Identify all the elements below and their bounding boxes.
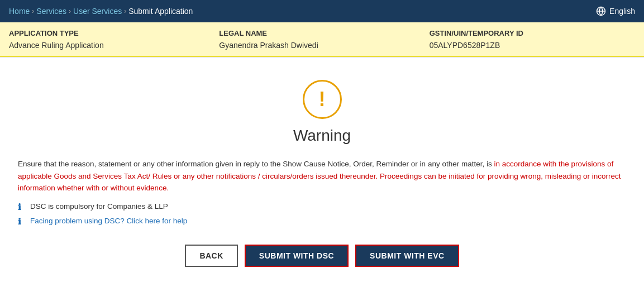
dsc-help-note: ℹ Facing problem using DSC? Click here f… xyxy=(18,217,626,227)
col-gstin: GSTIN/UIN/Temporary Id 05ALYPD6528P1ZB xyxy=(430,29,635,50)
main-content: ! Warning Ensure that the reason, statem… xyxy=(0,58,644,287)
breadcrumb-sep3: › xyxy=(124,7,126,15)
info-icon-2: ℹ xyxy=(18,217,27,227)
breadcrumb-sep2: › xyxy=(69,7,71,15)
info-bar: APPLICATION TYPE Advance Ruling Applicat… xyxy=(0,22,644,57)
info-icon-1: ℹ xyxy=(18,202,27,212)
col2-label: LEGAL NAME xyxy=(219,29,424,37)
warning-title: Warning xyxy=(293,127,351,145)
warning-text-part1: Ensure that the reason, statement or any… xyxy=(18,160,494,168)
col1-value: Advance Ruling Application xyxy=(9,41,214,50)
warning-exclamation-icon: ! xyxy=(319,89,326,109)
button-row: BACK SUBMIT WITH DSC SUBMIT WITH EVC xyxy=(9,231,635,276)
breadcrumb-current: Submit Application xyxy=(128,7,193,16)
warning-text: Ensure that the reason, statement or any… xyxy=(9,158,635,194)
back-button[interactable]: BACK xyxy=(185,245,237,267)
breadcrumb-sep1: › xyxy=(32,7,34,15)
col-application-type: APPLICATION TYPE Advance Ruling Applicat… xyxy=(9,29,214,50)
dsc-note-text: DSC is compulsory for Companies & LLP xyxy=(30,202,168,211)
col3-value: 05ALYPD6528P1ZB xyxy=(430,41,635,50)
dsc-note: ℹ DSC is compulsory for Companies & LLP xyxy=(18,202,626,212)
breadcrumb-services[interactable]: Services xyxy=(36,7,66,16)
breadcrumb-user-services[interactable]: User Services xyxy=(73,7,122,16)
warning-icon-container: ! xyxy=(303,80,342,119)
col-legal-name: LEGAL NAME Gyanendra Prakash Dwivedi xyxy=(219,29,424,50)
globe-icon xyxy=(596,6,606,16)
submit-evc-button[interactable]: SUBMIT WITH EVC xyxy=(355,245,459,267)
top-nav: Home › Services › User Services › Submit… xyxy=(0,0,644,22)
breadcrumb: Home › Services › User Services › Submit… xyxy=(9,7,193,16)
col2-value: Gyanendra Prakash Dwivedi xyxy=(219,41,424,50)
submit-dsc-button[interactable]: SUBMIT WITH DSC xyxy=(245,245,349,267)
col1-label: APPLICATION TYPE xyxy=(9,29,214,37)
col3-label: GSTIN/UIN/Temporary Id xyxy=(430,29,635,37)
warning-section: ! Warning xyxy=(9,69,635,158)
language-label: English xyxy=(609,7,635,16)
language-selector[interactable]: English xyxy=(596,6,635,16)
breadcrumb-home[interactable]: Home xyxy=(9,7,30,16)
info-notes: ℹ DSC is compulsory for Companies & LLP … xyxy=(9,194,635,227)
dsc-help-link[interactable]: Facing problem using DSC? Click here for… xyxy=(30,217,187,225)
